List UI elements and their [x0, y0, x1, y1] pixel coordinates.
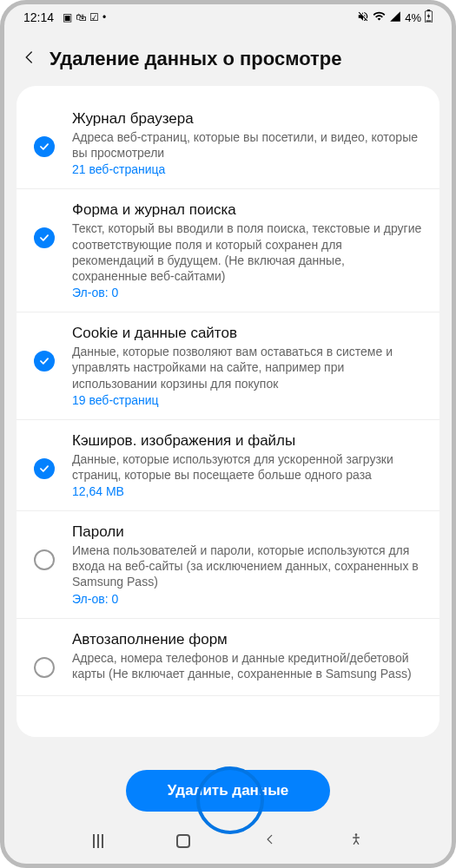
item-autofill[interactable]: Автозаполнение форм Адреса, номера телеф…: [17, 619, 439, 696]
wifi-icon: [373, 10, 386, 25]
gallery-icon: ▣: [63, 11, 72, 23]
item-count: Эл-ов: 0: [72, 592, 422, 606]
item-desc: Данные, которые используются для ускорен…: [72, 451, 422, 483]
svg-rect-2: [426, 21, 432, 22]
item-desc: Имена пользователей и пароли, которые ис…: [72, 542, 422, 590]
item-title: Cookie и данные сайтов: [72, 325, 422, 342]
battery-icon: [425, 10, 433, 25]
checkbox-autofill[interactable]: [34, 657, 55, 678]
signal-icon: [389, 10, 401, 25]
item-count: 21 веб-страница: [72, 162, 422, 176]
item-browser-history[interactable]: Журнал браузера Адреса веб-страниц, кото…: [17, 98, 439, 189]
status-bar: 12:14 ▣ 🛍 ☑ • 4%: [4, 4, 452, 29]
delete-button[interactable]: Удалить данные: [126, 770, 330, 812]
checkbox-cache[interactable]: [34, 458, 55, 479]
item-count: 12,64 MB: [72, 484, 422, 498]
item-cookies[interactable]: Cookie и данные сайтов Данные, которые п…: [17, 312, 439, 420]
item-count: 19 веб-страниц: [72, 393, 422, 407]
item-title: Журнал браузера: [72, 110, 422, 128]
item-cache[interactable]: Кэширов. изображения и файлы Данные, кот…: [17, 420, 439, 511]
item-passwords[interactable]: Пароли Имена пользователей и пароли, кот…: [17, 511, 439, 619]
item-title: Кэширов. изображения и файлы: [72, 432, 422, 450]
settings-card: Журнал браузера Адреса веб-страниц, кото…: [17, 86, 439, 737]
check-icon: ☑: [89, 11, 99, 23]
page-title: Удаление данных о просмотре: [50, 48, 341, 70]
battery-text: 4%: [405, 11, 421, 24]
item-search-forms[interactable]: Форма и журнал поиска Текст, который вы …: [17, 189, 439, 312]
checkbox-cookies[interactable]: [34, 351, 55, 372]
item-title: Форма и журнал поиска: [72, 201, 422, 219]
item-desc: Адреса веб-страниц, которые вы посетили,…: [72, 129, 422, 161]
svg-rect-1: [427, 10, 430, 11]
status-time: 12:14: [23, 10, 54, 24]
checkbox-browser-history[interactable]: [34, 136, 55, 157]
shop-icon: 🛍: [76, 11, 86, 23]
back-icon[interactable]: [22, 48, 37, 70]
item-desc: Текст, который вы вводили в поля поиска,…: [72, 220, 422, 284]
checkbox-passwords[interactable]: [34, 549, 55, 570]
item-count: Эл-ов: 0: [72, 286, 422, 299]
item-title: Автозаполнение форм: [72, 631, 422, 648]
nav-recent-icon[interactable]: [93, 834, 103, 848]
mute-icon: [357, 10, 369, 25]
android-nav-bar: [4, 825, 452, 857]
svg-point-3: [355, 833, 358, 836]
item-desc: Адреса, номера телефонов и данные кредит…: [72, 650, 422, 681]
item-desc: Данные, которые позволяют вам оставаться…: [72, 344, 422, 391]
dot-icon: •: [102, 11, 106, 23]
nav-home-icon[interactable]: [176, 834, 190, 848]
page-header: Удаление данных о просмотре: [4, 29, 452, 86]
nav-back-icon[interactable]: [264, 832, 276, 850]
item-title: Пароли: [72, 523, 422, 541]
checkbox-search-forms[interactable]: [34, 227, 55, 248]
bottom-bar: Удалить данные: [4, 761, 452, 820]
accessibility-icon[interactable]: [349, 832, 363, 850]
